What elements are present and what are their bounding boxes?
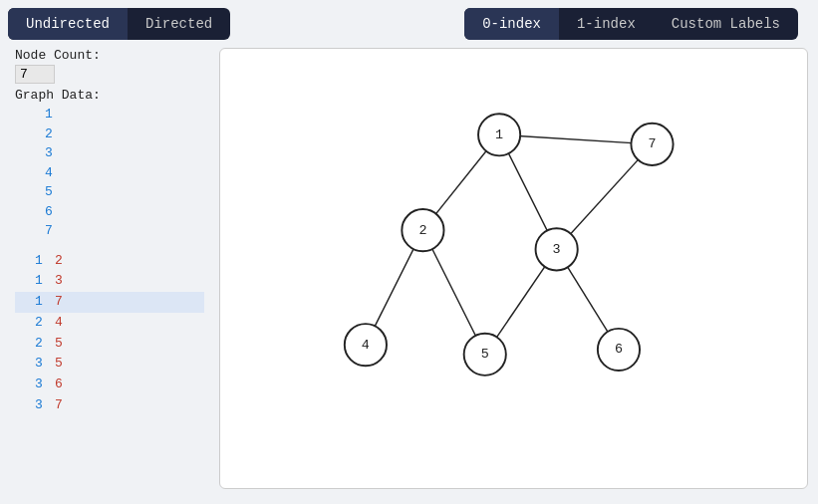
custom-labels-button[interactable]: Custom Labels: [654, 8, 798, 40]
edge-to: 5: [55, 354, 63, 375]
edge-from: 1: [35, 271, 47, 292]
graph-node[interactable]: 5: [464, 334, 506, 376]
node-list: 1234567: [15, 105, 204, 241]
graph-node[interactable]: 6: [598, 329, 640, 371]
main-content: Node Count: Graph Data: 1234567 12131724…: [0, 48, 818, 499]
directed-button[interactable]: Directed: [128, 8, 230, 40]
node-item: 4: [15, 163, 204, 183]
graph-node[interactable]: 7: [631, 124, 673, 165]
edge-from: 3: [35, 375, 47, 395]
one-index-button[interactable]: 1-index: [559, 8, 654, 40]
node-item: 7: [15, 221, 204, 241]
graph-svg: 1234567: [220, 49, 807, 488]
graph-canvas: 1234567: [219, 48, 808, 489]
zero-index-button[interactable]: 0-index: [464, 8, 559, 40]
top-bar: Undirected Directed 0-index 1-index Cust…: [0, 0, 818, 48]
edge-to: 3: [55, 271, 63, 292]
node-item: 3: [15, 143, 204, 163]
node-label: 6: [615, 342, 623, 357]
edge-to: 6: [55, 375, 63, 395]
edge-from: 3: [35, 354, 47, 375]
edge-list: 1213172425353637: [15, 251, 204, 416]
node-item: 6: [15, 202, 204, 222]
index-type-toggle: 0-index 1-index Custom Labels: [464, 8, 798, 40]
graph-node[interactable]: 1: [478, 114, 520, 155]
node-label: 2: [418, 223, 426, 238]
node-item: 2: [15, 125, 204, 144]
node-label: 7: [648, 136, 656, 151]
left-panel: Node Count: Graph Data: 1234567 12131724…: [10, 48, 209, 489]
node-count-label: Node Count:: [15, 48, 204, 63]
edge-item: 12: [15, 251, 204, 272]
graph-node[interactable]: 2: [402, 209, 443, 251]
undirected-button[interactable]: Undirected: [8, 8, 128, 40]
graph-data-label: Graph Data:: [15, 88, 204, 103]
edge-item: 13: [15, 271, 204, 292]
edge-to: 2: [55, 251, 63, 272]
node-count-input[interactable]: [15, 65, 55, 84]
edge-to: 4: [55, 313, 63, 334]
edge-to: 7: [55, 292, 63, 313]
graph-edge: [499, 134, 652, 144]
edge-from: 3: [35, 395, 47, 416]
edge-item: 36: [15, 375, 204, 395]
edge-item: 25: [15, 334, 204, 355]
edge-from: 2: [35, 313, 47, 334]
edge-item: 35: [15, 354, 204, 375]
edge-from: 1: [35, 251, 47, 272]
graph-node[interactable]: 3: [536, 228, 578, 270]
edge-item: 17: [15, 292, 204, 313]
graph-type-toggle: Undirected Directed: [8, 8, 230, 40]
node-label: 1: [495, 127, 503, 142]
node-item: 1: [15, 105, 204, 125]
node-label: 3: [553, 242, 561, 257]
node-label: 5: [481, 347, 489, 362]
edge-to: 7: [55, 395, 63, 416]
edge-to: 5: [55, 334, 63, 355]
edge-item: 37: [15, 395, 204, 416]
edge-item: 24: [15, 313, 204, 334]
edge-from: 2: [35, 334, 47, 355]
edge-from: 1: [35, 292, 47, 313]
node-item: 5: [15, 182, 204, 202]
graph-node[interactable]: 4: [345, 324, 387, 366]
node-label: 4: [362, 338, 370, 353]
